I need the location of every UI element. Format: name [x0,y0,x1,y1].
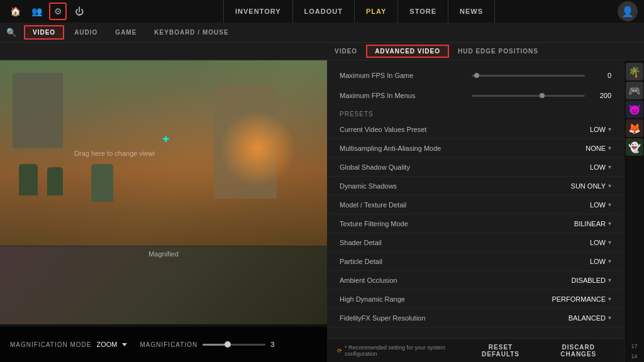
preset-value[interactable]: LOW ▾ [590,126,611,133]
setting-chevron-7: ▾ [608,277,611,283]
setting-value-1[interactable]: LOW ▾ [590,163,611,171]
avatar-3[interactable]: 😈 [626,101,643,118]
setting-value-0[interactable]: NONE ▾ [586,145,611,152]
footer-note: ⟳ * Recommended setting for your system … [337,344,458,357]
setting-row-9[interactable]: FidelityFX Super Resolution BALANCED ▾ [327,309,624,327]
settings-tabs-bar: 🔍 VIDEO AUDIO GAME KEYBOARD / MOUSE [0,23,644,43]
subtab-advanced-video[interactable]: ADVANCED VIDEO [366,45,449,58]
setting-chevron-2: ▾ [608,182,611,189]
mode-dropdown-arrow [122,343,127,346]
preset-label: Current Video Values Preset [340,126,590,133]
magnification-label: Magnification [140,341,197,348]
setting-row-4[interactable]: Texture Filtering Mode BILINEAR ▾ [327,214,624,233]
max-fps-game-label: Maximum FPS In Game [340,72,472,79]
nav-links: INVENTORY LOADOUT PLAY STORE NEWS [101,0,618,23]
avatar-5[interactable]: 👻 [626,138,643,156]
right-panel: Maximum FPS In Game 0 Maximum FPS In Men… [327,60,624,362]
magnified-label: Magnified [148,250,179,258]
tab-video[interactable]: VIDEO [24,25,64,40]
max-fps-menu-label: Maximum FPS In Menus [340,92,472,99]
setting-chevron-0: ▾ [608,145,611,151]
magnification-mode-label: Magnification Mode [10,341,91,348]
search-icon[interactable]: 🔍 [6,28,16,37]
setting-value-2[interactable]: SUN ONLY ▾ [571,182,611,190]
setting-name-7: Ambient Occlusion [340,277,572,284]
avatar-4[interactable]: 🦊 [626,119,643,137]
max-fps-game-row: Maximum FPS In Game 0 [327,65,624,85]
setting-value-6[interactable]: LOW ▾ [590,258,611,265]
setting-chevron-6: ▾ [608,258,611,265]
preset-row[interactable]: Current Video Values Preset LOW ▾ ↓ [327,120,624,139]
nav-inventory[interactable]: INVENTORY [223,0,293,23]
game-preview-top[interactable]: Drag here to change viewi [0,60,327,246]
video-settings-list: Multisampling Anti-Aliasing Mode NONE ▾ … [327,139,624,327]
avatar-2[interactable]: 🎮 [626,82,643,99]
setting-name-9: FidelityFX Super Resolution [340,314,569,322]
presets-section-label: Presets [327,106,624,120]
settings-icon[interactable]: ⚙ [49,3,67,20]
magnification-mode-value[interactable]: ZOOM [96,341,127,348]
setting-value-8[interactable]: PERFORMANCE ▾ [552,295,611,303]
player-count-2: 14 [631,353,637,359]
home-icon[interactable]: 🏠 [6,3,24,20]
tab-audio[interactable]: AUDIO [67,26,105,38]
setting-name-4: Texture Filtering Mode [340,220,574,228]
magnification-group: Magnification 3 [140,341,274,348]
nav-news[interactable]: NEWS [448,0,495,23]
setting-name-5: Shader Detail [340,239,590,246]
setting-name-2: Dynamic Shadows [340,182,571,190]
red-arrow-indicator: ↓ [622,123,624,139]
setting-chevron-4: ▾ [608,220,611,227]
max-fps-menu-value: 200 [592,92,611,99]
setting-chevron-5: ▾ [608,239,611,246]
max-fps-game-value: 0 [592,72,611,79]
setting-value-7[interactable]: DISABLED ▾ [572,277,611,284]
setting-name-0: Multisampling Anti-Aliasing Mode [340,145,586,152]
max-fps-menu-slider[interactable] [472,95,585,97]
setting-name-3: Model / Texture Detail [340,201,590,209]
setting-value-4[interactable]: BILINEAR ▾ [574,220,611,228]
setting-chevron-9: ▾ [608,314,611,321]
subtab-video[interactable]: VIDEO [327,46,365,57]
reset-defaults-button[interactable]: RESET DEFAULTS [469,341,533,360]
power-icon[interactable]: ⏻ [70,3,88,20]
setting-chevron-3: ▾ [608,201,611,208]
discard-changes-button[interactable]: DISCARD CHANGES [543,341,614,360]
subtab-hud[interactable]: HUD EDGE POSITIONS [450,46,546,57]
magnification-value: 3 [270,341,274,348]
nav-play[interactable]: PLAY [355,0,398,23]
nav-icons: 🏠 👥 ⚙ ⏻ [6,3,88,20]
nav-store[interactable]: STORE [398,0,448,23]
player-count: 17 [628,341,640,352]
avatar-1[interactable]: 🌴 [626,63,643,80]
setting-row-1[interactable]: Global Shadow Quality LOW ▾ [327,158,624,177]
setting-row-6[interactable]: Particle Detail LOW ▾ [327,252,624,271]
setting-value-9[interactable]: BALANCED ▾ [569,314,611,322]
setting-row-2[interactable]: Dynamic Shadows SUN ONLY ▾ [327,177,624,195]
setting-name-8: High Dynamic Range [340,295,552,303]
max-fps-game-slider[interactable] [472,75,585,77]
setting-name-1: Global Shadow Quality [340,163,590,171]
tab-game[interactable]: GAME [108,26,144,38]
setting-value-5[interactable]: LOW ▾ [590,239,611,246]
magnification-mode-group: Magnification Mode ZOOM [10,341,127,348]
nav-loadout[interactable]: LOADOUT [293,0,355,23]
user-avatar[interactable]: 👤 [618,1,638,21]
main-content: Drag here to change viewi Magnified Magn… [0,60,644,362]
max-fps-menu-row: Maximum FPS In Menus 200 [327,85,624,106]
sidebar-right: 🌴 🎮 😈 🦊 👻 17 14 [624,60,644,362]
setting-name-6: Particle Detail [340,258,590,265]
magnification-slider[interactable] [203,344,265,346]
setting-row-0[interactable]: Multisampling Anti-Aliasing Mode NONE ▾ [327,139,624,158]
crosshair [165,138,174,146]
tab-keyboard-mouse[interactable]: KEYBOARD / MOUSE [147,26,236,38]
top-nav: 🏠 👥 ⚙ ⏻ INVENTORY LOADOUT PLAY STORE NEW… [0,0,644,23]
setting-row-5[interactable]: Shader Detail LOW ▾ [327,233,624,252]
game-preview-bottom[interactable]: Magnified [0,246,327,324]
setting-row-7[interactable]: Ambient Occlusion DISABLED ▾ [327,271,624,290]
magnification-controls: Magnification Mode ZOOM Magnification 3 [0,327,327,362]
setting-row-3[interactable]: Model / Texture Detail LOW ▾ [327,195,624,214]
setting-value-3[interactable]: LOW ▾ [590,201,611,209]
friends-icon[interactable]: 👥 [28,3,45,20]
setting-row-8[interactable]: High Dynamic Range PERFORMANCE ▾ [327,290,624,309]
